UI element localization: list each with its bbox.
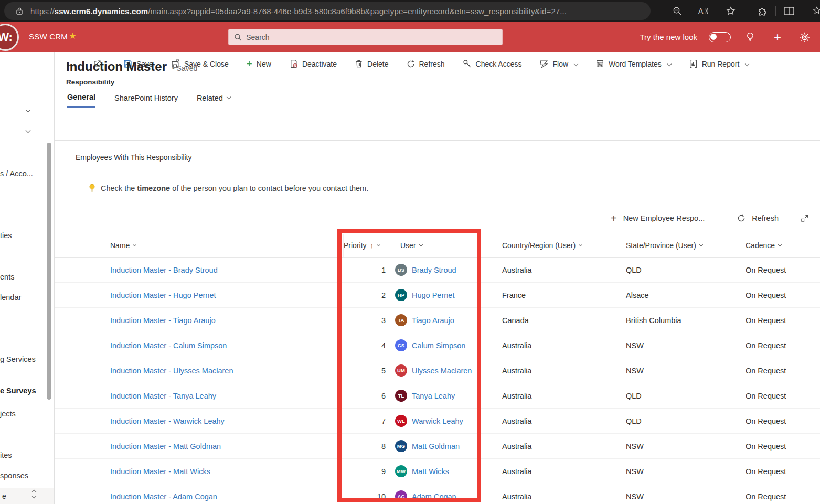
priority-value: 10 (377, 492, 386, 501)
column-header-user[interactable]: User (386, 234, 502, 257)
user-link[interactable]: Hugo Pernet (412, 291, 454, 299)
sidebar-item[interactable]: g Services (0, 355, 52, 363)
sidebar-group-collapse-icon[interactable] (26, 104, 30, 114)
column-header-name[interactable]: Name (55, 234, 344, 257)
sort-ascending-icon: ↑ (370, 242, 374, 250)
word-templates-button[interactable]: Word Templates (590, 56, 676, 71)
state-cell: NSW (626, 341, 746, 350)
user-link[interactable]: Ulysses Maclaren (412, 367, 472, 375)
grid-toolbar: + New Employee Respo... Refresh (608, 211, 812, 226)
flow-button[interactable]: Flow (534, 56, 583, 71)
sidebar-scrollbar[interactable] (47, 143, 51, 400)
quick-create-plus-icon[interactable]: + (770, 29, 785, 45)
sidebar-item[interactable]: e Surveys (0, 387, 52, 395)
sidebar-item[interactable]: s / Acco... (0, 169, 52, 178)
record-name-link[interactable]: Induction Master - Warwick Leahy (110, 417, 225, 425)
sidebar-item[interactable]: jects (0, 410, 52, 418)
record-name-link[interactable]: Induction Master - Ulysses Maclaren (110, 367, 233, 375)
delete-button[interactable]: Delete (349, 56, 393, 71)
table-row[interactable]: Induction Master - Brady Stroud 1 BS Bra… (55, 258, 820, 283)
tab-sharepoint-history[interactable]: SharePoint History (114, 93, 178, 108)
user-link[interactable]: Brady Stroud (412, 266, 456, 274)
user-link[interactable]: Calum Simpson (412, 341, 465, 350)
browser-actions: A (668, 0, 820, 22)
column-header-cadence[interactable]: Cadence (746, 241, 820, 250)
favorites-list-icon[interactable] (810, 2, 820, 20)
user-cell: WL Warwick Leahy (386, 415, 502, 427)
run-report-button[interactable]: Run Report (684, 56, 754, 71)
priority-cell: 10 (344, 492, 386, 501)
user-link[interactable]: Warwick Leahy (412, 417, 463, 425)
tab-divider (55, 140, 820, 141)
table-row[interactable]: Induction Master - Hugo Pernet 2 HP Hugo… (55, 283, 820, 308)
favorite-star-icon[interactable] (722, 2, 740, 20)
record-name-link[interactable]: Induction Master - Calum Simpson (110, 341, 227, 350)
user-link[interactable]: Matt Wicks (412, 467, 449, 476)
read-aloud-icon[interactable]: A (695, 2, 712, 20)
app-name[interactable]: SSW CRM (29, 32, 68, 41)
user-link[interactable]: Tanya Leahy (412, 392, 455, 400)
new-button[interactable]: + New (241, 56, 276, 72)
state-cell: QLD (626, 392, 746, 400)
sidebar-item[interactable]: lendar (0, 293, 52, 302)
zoom-out-icon[interactable] (668, 2, 686, 20)
tab-general[interactable]: General (67, 93, 95, 108)
record-name-link[interactable]: Induction Master - Tiago Araujo (110, 316, 216, 325)
sidebar-group-collapse-icon[interactable] (26, 125, 30, 134)
flow-icon (539, 59, 548, 68)
split-screen-icon[interactable] (780, 2, 798, 20)
new-look-label: Try the new look (640, 33, 698, 41)
form-tabs: General SharePoint History Related (67, 93, 230, 108)
column-header-priority[interactable]: Priority↑ (344, 241, 386, 250)
url-text: https://ssw.crm6.dynamics.com/main.aspx?… (30, 7, 567, 16)
screen: https://ssw.crm6.dynamics.com/main.aspx?… (0, 0, 820, 504)
refresh-button[interactable]: Refresh (401, 57, 450, 71)
user-link[interactable]: Tiago Araujo (412, 316, 454, 325)
record-name-link[interactable]: Induction Master - Tanya Leahy (110, 392, 216, 400)
user-link[interactable]: Matt Goldman (412, 442, 460, 451)
user-link[interactable]: Adam Cogan (412, 492, 456, 501)
sidebar-item[interactable]: ties (0, 231, 52, 240)
expand-grid-button[interactable] (797, 212, 812, 224)
area-switcher[interactable]: e (0, 488, 54, 504)
sidebar-item[interactable]: ents (0, 273, 52, 281)
new-employee-responsibility-button[interactable]: + New Employee Respo... (608, 211, 708, 226)
table-row[interactable]: Induction Master - Matt Goldman 8 MG Mat… (55, 434, 820, 459)
table-row[interactable]: Induction Master - Matt Wicks 9 MW Matt … (55, 459, 820, 484)
table-row[interactable]: Induction Master - Calum Simpson 4 CS Ca… (55, 333, 820, 358)
grid-header: Name Priority↑ User Country/Region (User… (55, 234, 820, 258)
table-row[interactable]: Induction Master - Adam Cogan 10 AC Adam… (55, 484, 820, 504)
grid-refresh-button[interactable]: Refresh (734, 212, 782, 224)
column-header-state[interactable]: State/Province (User) (626, 241, 746, 250)
user-avatar: CS (395, 339, 407, 351)
table-row[interactable]: Induction Master - Tanya Leahy 6 TL Tany… (55, 383, 820, 409)
check-access-button[interactable]: Check Access (457, 56, 527, 71)
table-row[interactable]: Induction Master - Ulysses Maclaren 5 UM… (55, 358, 820, 383)
gear-icon[interactable] (797, 29, 813, 45)
search-input[interactable] (246, 33, 497, 41)
browser-essentials-icon[interactable] (753, 2, 771, 20)
priority-value: 3 (381, 316, 386, 325)
table-row[interactable]: Induction Master - Tiago Araujo 3 TA Tia… (55, 308, 820, 333)
state-cell: British Columbia (626, 316, 746, 325)
chevron-down-icon (574, 61, 578, 66)
tab-related[interactable]: Related (197, 93, 230, 108)
record-name-link[interactable]: Induction Master - Hugo Pernet (110, 291, 216, 299)
record-name-link[interactable]: Induction Master - Brady Stroud (110, 266, 218, 274)
record-name-link[interactable]: Induction Master - Adam Cogan (110, 492, 217, 501)
sidebar-item[interactable]: sponses (0, 471, 52, 480)
plus-icon: + (611, 213, 617, 223)
lightbulb-icon[interactable] (742, 29, 758, 45)
ssw-logo[interactable]: W: (0, 24, 19, 51)
table-row[interactable]: Induction Master - Warwick Leahy 7 WL Wa… (55, 409, 820, 434)
record-name-link[interactable]: Induction Master - Matt Goldman (110, 442, 221, 451)
deactivate-button[interactable]: Deactivate (284, 56, 342, 71)
sidebar-item[interactable]: ites (0, 451, 52, 459)
global-search[interactable] (228, 29, 503, 45)
record-name-link[interactable]: Induction Master - Matt Wicks (110, 467, 210, 476)
new-look-toggle[interactable] (709, 32, 731, 42)
address-bar[interactable]: https://ssw.crm6.dynamics.com/main.aspx?… (4, 2, 651, 20)
new-plus-icon: + (247, 59, 252, 69)
column-header-country[interactable]: Country/Region (User) (502, 241, 626, 250)
deactivate-icon (289, 59, 298, 68)
